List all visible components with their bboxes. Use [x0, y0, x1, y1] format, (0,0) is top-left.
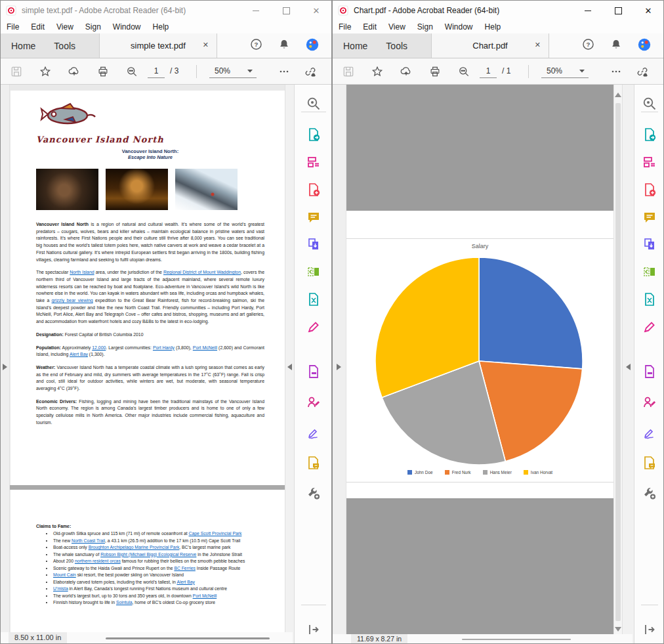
more-tools-icon[interactable]: [306, 485, 322, 501]
print-icon[interactable]: [96, 65, 110, 78]
doc-link[interactable]: BC Ferries: [174, 566, 195, 570]
help-icon[interactable]: ?: [249, 37, 263, 54]
account-avatar[interactable]: [637, 37, 652, 54]
close-button[interactable]: ✕: [301, 1, 331, 20]
doc-link[interactable]: Port Hardy: [153, 345, 175, 350]
doc-link[interactable]: U’mista: [53, 586, 68, 591]
expand-nav-pane-icon[interactable]: [337, 364, 341, 370]
page-number-input[interactable]: 1: [148, 64, 165, 78]
zoom-level-dropdown[interactable]: 50%: [541, 64, 589, 78]
maximize-button[interactable]: [271, 1, 301, 20]
vertical-scrollbar-thumb[interactable]: [615, 103, 621, 621]
account-avatar[interactable]: [305, 37, 320, 54]
horizontal-scrollbar[interactable]: [462, 639, 571, 640]
comment-icon[interactable]: [306, 209, 322, 225]
compress-pdf-icon[interactable]: [642, 291, 657, 307]
menu-file[interactable]: File: [1, 22, 25, 32]
help-icon[interactable]: ?: [581, 37, 595, 54]
share-cloud-icon[interactable]: [400, 65, 413, 78]
collapse-tools-pane-icon[interactable]: [287, 364, 292, 370]
fill-sign-icon[interactable]: [642, 425, 657, 440]
search-tools-icon[interactable]: [306, 96, 322, 112]
export-pdf-icon[interactable]: [306, 127, 322, 142]
send-comments-icon[interactable]: [642, 455, 657, 471]
maximize-button[interactable]: [603, 1, 633, 20]
zoom-tool-icon[interactable]: [457, 65, 470, 78]
tab-tools[interactable]: Tools: [54, 41, 75, 51]
doc-link[interactable]: 12,000: [92, 345, 106, 350]
notifications-bell-icon[interactable]: [278, 38, 291, 54]
compress-pdf-icon[interactable]: [306, 291, 322, 307]
search-tools-icon[interactable]: [642, 96, 657, 112]
share-link-icon[interactable]: [636, 65, 649, 78]
menu-sign[interactable]: Sign: [79, 22, 107, 32]
redact-icon[interactable]: [642, 319, 657, 335]
menu-view[interactable]: View: [383, 22, 411, 32]
protect-icon[interactable]: [642, 364, 657, 379]
menu-help[interactable]: Help: [147, 22, 175, 32]
close-button[interactable]: ✕: [633, 1, 663, 20]
edit-pdf-icon[interactable]: [306, 154, 322, 170]
menu-window[interactable]: Window: [439, 22, 479, 32]
request-signatures-icon[interactable]: [306, 395, 322, 410]
menu-view[interactable]: View: [51, 22, 79, 32]
doc-link[interactable]: North Coast Trail: [72, 538, 105, 543]
doc-link[interactable]: Alert Bay: [70, 352, 88, 356]
collapse-tools-pane-icon[interactable]: [626, 364, 631, 370]
menu-edit[interactable]: Edit: [25, 22, 51, 32]
horizontal-scrollbar[interactable]: [106, 637, 270, 639]
combine-files-icon[interactable]: [306, 236, 322, 252]
share-cloud-icon[interactable]: [68, 65, 81, 78]
scroll-up-icon[interactable]: [615, 93, 621, 97]
request-signatures-icon[interactable]: [642, 395, 657, 410]
organize-pages-icon[interactable]: [306, 264, 322, 280]
doc-link[interactable]: grizzly bear viewing: [52, 298, 93, 303]
export-pdf-icon[interactable]: [642, 127, 657, 142]
tab-home[interactable]: Home: [343, 41, 367, 51]
share-link-icon[interactable]: [304, 65, 317, 78]
pdf-page-view[interactable]: Vancouver Island North Vancouver Island …: [10, 85, 285, 643]
menu-sign[interactable]: Sign: [411, 22, 439, 32]
fill-sign-icon[interactable]: [306, 425, 322, 440]
page-number-input[interactable]: 1: [480, 64, 497, 78]
pdf-page-view[interactable]: Salary John DoeFred NurkHans MeierIvan H…: [346, 85, 613, 643]
overflow-menu-icon[interactable]: [278, 65, 291, 78]
edit-pdf-icon[interactable]: [642, 154, 657, 170]
organize-pages-icon[interactable]: [642, 264, 657, 280]
doc-link[interactable]: North Island: [70, 270, 94, 274]
menu-help[interactable]: Help: [479, 22, 507, 32]
scroll-down-icon[interactable]: [615, 627, 621, 632]
open-tools-pane-icon[interactable]: [642, 622, 657, 637]
doc-link[interactable]: northern resident orcas: [75, 559, 121, 563]
print-icon[interactable]: [428, 65, 442, 78]
tab-close-icon[interactable]: ✕: [203, 41, 209, 49]
star-icon[interactable]: [371, 65, 384, 78]
doc-link[interactable]: Sointula: [116, 600, 133, 605]
doc-link[interactable]: Alert Bay: [176, 580, 195, 584]
tab-tools[interactable]: Tools: [386, 41, 407, 51]
create-pdf-icon[interactable]: [642, 182, 657, 198]
create-pdf-icon[interactable]: [306, 182, 322, 198]
comment-icon[interactable]: [642, 209, 657, 225]
redact-icon[interactable]: [306, 319, 322, 335]
tab-document[interactable]: simple text.pdf ✕: [99, 33, 217, 58]
tab-document[interactable]: Chart.pdf ✕: [431, 33, 549, 58]
doc-link[interactable]: Mount Cain: [53, 572, 76, 577]
zoom-level-dropdown[interactable]: 50%: [209, 64, 257, 78]
minimize-button[interactable]: [573, 1, 603, 20]
tab-close-icon[interactable]: ✕: [535, 41, 541, 49]
send-comments-icon[interactable]: [306, 455, 322, 471]
menu-edit[interactable]: Edit: [357, 22, 383, 32]
doc-link[interactable]: Broughton Archipelago Marine Provincial …: [89, 545, 180, 549]
save-icon[interactable]: [342, 65, 355, 78]
tab-home[interactable]: Home: [11, 41, 35, 51]
save-icon[interactable]: [10, 65, 23, 78]
open-tools-pane-icon[interactable]: [306, 622, 322, 637]
doc-link[interactable]: Port McNeill: [193, 593, 217, 598]
menu-file[interactable]: File: [333, 22, 357, 32]
doc-link[interactable]: Regional District of Mount Waddington: [163, 270, 241, 274]
notifications-bell-icon[interactable]: [610, 38, 623, 54]
combine-files-icon[interactable]: [642, 236, 657, 252]
overflow-menu-icon[interactable]: [610, 65, 623, 78]
doc-link[interactable]: Cape Scott Provincial Park: [189, 531, 242, 536]
